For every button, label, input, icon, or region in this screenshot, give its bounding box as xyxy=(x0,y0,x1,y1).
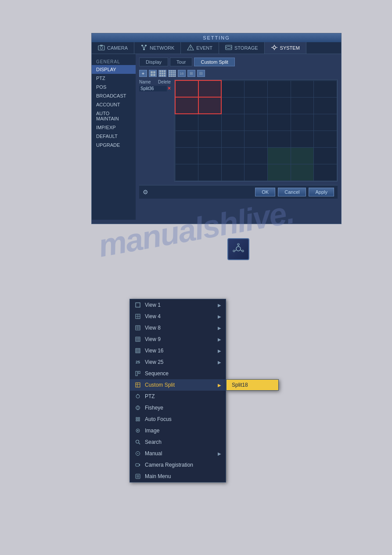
grid-cell[interactable] xyxy=(221,80,245,97)
sidebar-item-account[interactable]: ACCOUNT xyxy=(92,100,136,109)
sidebar-item-upgrade[interactable]: UPGRADE xyxy=(92,141,136,149)
grid-cell[interactable] xyxy=(268,97,291,114)
grid-cell[interactable] xyxy=(268,164,291,181)
grid-cell[interactable] xyxy=(245,164,268,181)
grid-cell[interactable] xyxy=(221,131,245,147)
grid-cell[interactable] xyxy=(314,147,337,164)
grid-cell[interactable] xyxy=(291,97,314,114)
sidebar-item-auto-maintain[interactable]: AUTO MAINTAIN xyxy=(92,109,136,123)
sidebar-item-default[interactable]: DEFAULT xyxy=(92,132,136,141)
grid-cell[interactable] xyxy=(175,97,198,114)
grid-cell[interactable] xyxy=(198,131,222,147)
sidebar-item-broadcast[interactable]: BROADCAST xyxy=(92,91,136,100)
ok-button[interactable]: OK xyxy=(255,188,275,196)
apply-button[interactable]: Apply xyxy=(309,188,334,196)
ctx-view8[interactable]: View 8 ▶ xyxy=(130,322,226,334)
split-name-cell: Split36 xyxy=(139,86,167,91)
tab-tour[interactable]: Tour xyxy=(170,58,192,66)
ctx-view4[interactable]: View 4 ▶ xyxy=(130,311,226,322)
split-list: Name Delete Split36 × xyxy=(139,80,171,181)
grid-4-button[interactable] xyxy=(158,70,166,77)
grid-cell[interactable] xyxy=(268,131,291,147)
ctx-view25[interactable]: 25 View 25 ▶ xyxy=(130,356,226,368)
ctx-fisheye[interactable]: Fisheye xyxy=(130,402,226,414)
grid-cell[interactable] xyxy=(314,131,337,147)
add-button[interactable]: + xyxy=(139,70,147,77)
ctx-search[interactable]: Search xyxy=(130,436,226,448)
grid-cell[interactable] xyxy=(175,147,198,164)
grid-cell[interactable] xyxy=(175,131,198,147)
grid-16-button[interactable]: 16 xyxy=(178,70,186,77)
sidebar-item-pos[interactable]: POS xyxy=(92,83,136,91)
grid-split-button[interactable]: ⊟ xyxy=(197,70,205,77)
ctx-camera-reg[interactable]: Camera Registration xyxy=(130,459,226,471)
grid-cell[interactable] xyxy=(198,97,222,114)
svg-rect-66 xyxy=(136,464,139,466)
tab-camera[interactable]: CAMERA xyxy=(92,42,134,54)
sidebar-item-imp-exp[interactable]: IMP/EXP xyxy=(92,123,136,132)
grid-table xyxy=(175,80,337,181)
tab-network[interactable]: NETWORK xyxy=(134,42,181,54)
grid-cell[interactable] xyxy=(268,147,291,164)
grid-cell[interactable] xyxy=(198,147,222,164)
ctx-autofocus[interactable]: Auto Focus xyxy=(130,414,226,425)
ctx-view9[interactable]: View 9 ▶ xyxy=(130,334,226,345)
context-menu: View 1 ▶ View 4 ▶ View 8 ▶ View 9 ▶ View… xyxy=(129,299,226,482)
grid-1-button[interactable] xyxy=(149,70,157,77)
grid-cell[interactable] xyxy=(314,114,337,131)
network-icon xyxy=(140,44,147,51)
ctx-sequence[interactable]: Sequence xyxy=(130,368,226,379)
grid-area[interactable] xyxy=(174,80,338,181)
grid-cell[interactable] xyxy=(221,97,245,114)
tab-event[interactable]: EVENT xyxy=(181,42,219,54)
grid-cell[interactable] xyxy=(198,114,222,131)
sidebar-item-display[interactable]: DISPLAY xyxy=(92,65,136,74)
submenu-split18[interactable]: Split18 xyxy=(227,380,278,390)
grid-cell[interactable] xyxy=(245,114,268,131)
ptz-icon xyxy=(134,393,141,400)
tab-display[interactable]: Display xyxy=(139,58,168,66)
ctx-ptz[interactable]: PTZ xyxy=(130,391,226,402)
grid-cell[interactable] xyxy=(291,164,314,181)
ctx-main-menu[interactable]: Main Menu xyxy=(130,471,226,482)
grid-cell[interactable] xyxy=(221,164,245,181)
delete-split-button[interactable]: × xyxy=(168,85,171,91)
toolbar-row: + 16 ⊞ ⊟ xyxy=(139,70,338,77)
grid-cell[interactable] xyxy=(175,164,198,181)
grid-cell[interactable] xyxy=(175,80,198,97)
grid-cell[interactable] xyxy=(245,131,268,147)
ctx-manual[interactable]: Manual ▶ xyxy=(130,448,226,459)
grid-cell[interactable] xyxy=(245,147,268,164)
ctx-view16[interactable]: View 16 ▶ xyxy=(130,345,226,356)
grid-9-button[interactable] xyxy=(168,70,176,77)
sidebar-item-ptz[interactable]: PTZ xyxy=(92,74,136,83)
grid-cell[interactable] xyxy=(291,147,314,164)
grid-cell[interactable] xyxy=(175,114,198,131)
grid-cell[interactable] xyxy=(291,114,314,131)
tab-storage[interactable]: STORAGE xyxy=(219,42,265,54)
grid-cell[interactable] xyxy=(221,147,245,164)
svg-point-14 xyxy=(273,46,276,49)
grid-cell[interactable] xyxy=(314,97,337,114)
sequence-icon xyxy=(134,370,141,377)
screenshot-icon-area[interactable] xyxy=(227,238,249,260)
grid-cell[interactable] xyxy=(221,114,245,131)
cancel-button[interactable]: Cancel xyxy=(278,188,306,196)
grid-cell[interactable] xyxy=(245,97,268,114)
grid-cell[interactable] xyxy=(314,164,337,181)
grid-cell[interactable] xyxy=(314,80,337,97)
grid-cell[interactable] xyxy=(291,80,314,97)
grid-cell[interactable] xyxy=(268,80,291,97)
grid-cell[interactable] xyxy=(268,114,291,131)
ctx-custom-split[interactable]: Custom Split ▶ Split18 xyxy=(130,379,226,391)
view8-icon xyxy=(134,324,141,331)
grid-cell[interactable] xyxy=(198,164,222,181)
tab-custom-split[interactable]: Custom Split xyxy=(194,58,234,66)
grid-cell[interactable] xyxy=(198,80,222,97)
grid-cell[interactable] xyxy=(245,80,268,97)
grid-cell[interactable] xyxy=(291,131,314,147)
grid-merge-button[interactable]: ⊞ xyxy=(187,70,195,77)
ctx-view1[interactable]: View 1 ▶ xyxy=(130,299,226,311)
ctx-image[interactable]: Image xyxy=(130,425,226,436)
tab-system[interactable]: SYSTEM xyxy=(265,42,306,54)
